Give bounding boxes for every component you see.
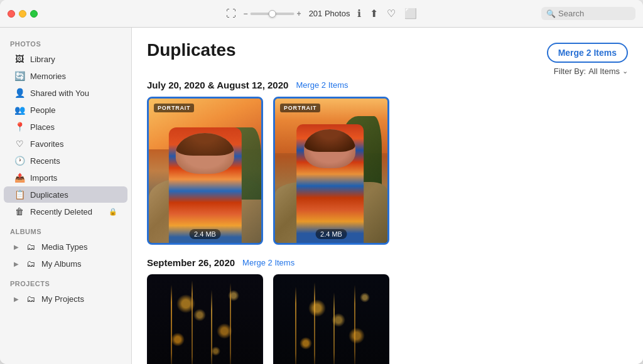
group-1-header: July 20, 2020 & August 12, 2020 Merge 2 … bbox=[147, 80, 628, 90]
sidebar-people-label: People bbox=[30, 105, 117, 115]
sidebar-my-projects-label: My Projects bbox=[41, 294, 117, 304]
sidebar-item-imports[interactable]: 📤 Imports bbox=[4, 169, 127, 186]
sidebar-places-label: Places bbox=[30, 122, 117, 132]
filter-by-row: Filter By: All Items ⌄ bbox=[554, 67, 628, 76]
maximize-button[interactable] bbox=[30, 10, 38, 18]
search-icon: 🔍 bbox=[546, 9, 556, 18]
minimize-button[interactable] bbox=[19, 10, 26, 18]
sidebar-item-my-projects[interactable]: ▶ 🗂 My Projects bbox=[4, 291, 127, 307]
photo-1-inner: PORTRAIT bbox=[149, 99, 261, 243]
merge-2-items-button[interactable]: Merge 2 Items bbox=[547, 43, 628, 63]
sidebar-item-media-types[interactable]: ▶ 🗂 Media Types bbox=[4, 238, 127, 255]
people-icon: 👥 bbox=[14, 105, 25, 115]
filter-chevron-down-icon[interactable]: ⌄ bbox=[622, 67, 628, 75]
photo-size-badge-2: 2.4 MB bbox=[315, 229, 347, 239]
sidebar-item-people[interactable]: 👥 People bbox=[4, 102, 127, 118]
memories-icon: 🔄 bbox=[14, 71, 25, 81]
sidebar-recently-deleted-label: Recently Deleted bbox=[30, 207, 104, 217]
zoom-slider-container: − + bbox=[244, 9, 301, 18]
content-header: Duplicates Merge 2 Items Filter By: All … bbox=[147, 40, 628, 77]
sidebar-item-library[interactable]: 🖼 Library bbox=[4, 51, 127, 67]
group-1-merge-link[interactable]: Merge 2 Items bbox=[296, 80, 348, 90]
zoom-out-icon: − bbox=[244, 9, 248, 18]
sidebar-item-duplicates[interactable]: 📋 Duplicates bbox=[4, 186, 127, 203]
lock-icon: 🔒 bbox=[109, 208, 117, 216]
aspect-ratio-icon: ⛶ bbox=[226, 8, 236, 19]
sidebar-item-memories[interactable]: 🔄 Memories bbox=[4, 68, 127, 84]
photo-card-3[interactable] bbox=[147, 274, 263, 364]
sidebar-favorites-label: Favorites bbox=[30, 139, 117, 149]
group-2-photos bbox=[147, 274, 628, 364]
photo-size-badge-1: 2.4 MB bbox=[189, 229, 221, 239]
sidebar-library-label: Library bbox=[30, 55, 117, 64]
titlebar-right: 🔍 bbox=[541, 7, 635, 20]
favorite-icon[interactable]: ♡ bbox=[387, 8, 396, 19]
projects-section-label: Projects bbox=[0, 272, 131, 290]
share-icon[interactable]: ⬆ bbox=[370, 8, 378, 19]
group-1-photos: PORTRAIT bbox=[147, 97, 628, 245]
sidebar-item-recently-deleted[interactable]: 🗑 Recently Deleted 🔒 bbox=[4, 203, 127, 220]
shared-icon: 👤 bbox=[14, 88, 25, 98]
sidebar-item-my-albums[interactable]: ▶ 🗂 My Albums bbox=[4, 255, 127, 272]
zoom-in-icon: + bbox=[297, 9, 301, 18]
my-albums-icon: 🗂 bbox=[25, 259, 36, 269]
expand-icon-3: ▶ bbox=[14, 296, 19, 302]
info-icon[interactable]: ℹ bbox=[357, 8, 361, 19]
recently-deleted-icon: 🗑 bbox=[14, 206, 25, 217]
sidebar: Photos 🖼 Library 🔄 Memories 👤 Shared wit… bbox=[0, 28, 132, 364]
expand-icon-2: ▶ bbox=[14, 260, 19, 267]
favorites-icon: ♡ bbox=[14, 139, 25, 149]
slider-thumb bbox=[269, 10, 276, 18]
filter-by-label: Filter By: bbox=[554, 67, 586, 76]
sidebar-memories-label: Memories bbox=[30, 72, 117, 81]
photos-app-window: ⛶ − + 201 Photos ℹ ⬆ ♡ ⬜ 🔍 bbox=[0, 0, 643, 364]
sidebar-my-albums-label: My Albums bbox=[41, 259, 117, 269]
photo-2-inner: PORTRAIT 2.4 MB bbox=[275, 99, 387, 243]
photo-card-2[interactable]: PORTRAIT 2.4 MB bbox=[273, 97, 389, 245]
crop-icon[interactable]: ⬜ bbox=[404, 8, 417, 19]
library-icon: 🖼 bbox=[14, 54, 25, 64]
main-layout: Photos 🖼 Library 🔄 Memories 👤 Shared wit… bbox=[0, 28, 643, 364]
photo-count: 201 Photos bbox=[309, 9, 350, 18]
portrait-badge-1: PORTRAIT bbox=[154, 104, 194, 112]
media-types-icon: 🗂 bbox=[25, 242, 36, 252]
traffic-lights bbox=[8, 10, 38, 18]
photo-card-4[interactable] bbox=[273, 274, 389, 364]
search-input[interactable] bbox=[558, 9, 627, 18]
sidebar-shared-label: Shared with You bbox=[30, 88, 117, 98]
content-area: Duplicates Merge 2 Items Filter By: All … bbox=[132, 28, 643, 364]
sidebar-item-recents[interactable]: 🕐 Recents bbox=[4, 153, 127, 169]
my-projects-icon: 🗂 bbox=[25, 294, 36, 304]
recents-icon: 🕐 bbox=[14, 156, 25, 166]
photos-section-label: Photos bbox=[0, 33, 131, 50]
close-button[interactable] bbox=[8, 10, 15, 18]
duplicates-icon: 📋 bbox=[14, 190, 25, 200]
expand-icon: ▶ bbox=[14, 244, 19, 250]
page-title: Duplicates bbox=[147, 40, 236, 60]
group-2-merge-link[interactable]: Merge 2 Items bbox=[242, 258, 294, 267]
titlebar: ⛶ − + 201 Photos ℹ ⬆ ♡ ⬜ 🔍 bbox=[0, 0, 643, 28]
group-2-header: September 26, 2020 Merge 2 Items bbox=[147, 257, 628, 268]
group-1-date: July 20, 2020 & August 12, 2020 bbox=[147, 80, 288, 90]
sidebar-item-shared-with-you[interactable]: 👤 Shared with You bbox=[4, 85, 127, 101]
group-2-date: September 26, 2020 bbox=[147, 257, 235, 268]
portrait-badge-2: PORTRAIT bbox=[280, 104, 320, 112]
sidebar-item-places[interactable]: 📍 Places bbox=[4, 119, 127, 135]
search-box[interactable]: 🔍 bbox=[541, 7, 635, 20]
imports-icon: 📤 bbox=[14, 173, 25, 183]
sidebar-recents-label: Recents bbox=[30, 156, 117, 166]
filter-by-value: All Items bbox=[588, 67, 620, 76]
albums-section-label: Albums bbox=[0, 220, 131, 238]
photo-card-1[interactable]: PORTRAIT bbox=[147, 97, 263, 245]
titlebar-center: ⛶ − + 201 Photos ℹ ⬆ ♡ ⬜ bbox=[226, 8, 418, 19]
sidebar-imports-label: Imports bbox=[30, 173, 117, 183]
titlebar-action-icons: ℹ ⬆ ♡ ⬜ bbox=[357, 8, 417, 19]
sidebar-item-favorites[interactable]: ♡ Favorites bbox=[4, 136, 127, 152]
sidebar-duplicates-label: Duplicates bbox=[30, 190, 117, 200]
places-icon: 📍 bbox=[14, 122, 25, 132]
zoom-slider[interactable] bbox=[251, 13, 294, 15]
sidebar-media-types-label: Media Types bbox=[41, 242, 117, 252]
